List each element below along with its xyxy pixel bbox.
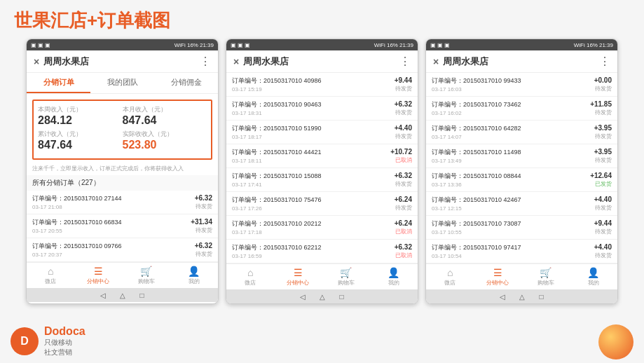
status-icons-1: ▣ ▣ ▣ xyxy=(31,42,50,48)
nav-item[interactable]: ⌂微店 xyxy=(426,264,474,289)
close-btn-1[interactable]: × xyxy=(34,56,39,67)
status-left-3: ▣ ▣ ▣ xyxy=(430,42,450,48)
order-item[interactable]: 订单编号：20150317010 42467 03-17 12:15 +4.40… xyxy=(426,192,617,216)
tab-wdtd[interactable]: 我的团队 xyxy=(90,73,154,93)
order-id: 订单编号：20150317010 99433 xyxy=(432,76,577,85)
bottom-nav-1: ⌂微店☰分销中心🛒购物车👤我的 xyxy=(27,262,218,288)
nav-icon: ⌂ xyxy=(426,267,474,278)
order-item[interactable]: 订单编号：20150317010 99433 03-17 16:03 +0.00… xyxy=(426,73,617,97)
order-amount: +6.32 xyxy=(377,172,412,179)
order-date: 03-17 10:55 xyxy=(432,229,577,235)
order-item[interactable]: 订单编号：20150317010 08844 03-17 13:36 +12.6… xyxy=(426,168,617,192)
nav-item[interactable]: ⌂微店 xyxy=(27,263,74,288)
order-status: 待发货 xyxy=(377,85,412,93)
nav-item[interactable]: ☰分销中心 xyxy=(274,264,322,289)
close-btn-3[interactable]: × xyxy=(433,56,439,67)
order-date: 03-17 17:26 xyxy=(232,205,377,212)
order-amount: +12.64 xyxy=(577,172,612,179)
nav-item[interactable]: 🛒购物车 xyxy=(322,264,370,289)
orange-ball xyxy=(598,324,633,359)
order-item[interactable]: 订单编号：20150317010 66834 03-17 20:55 +31.3… xyxy=(27,214,218,238)
nav-item[interactable]: 🛒购物车 xyxy=(123,263,170,288)
order-left: 订单编号：20150317010 08844 03-17 13:36 xyxy=(432,172,577,188)
section-header-1: 所有分销订单（227） xyxy=(27,175,218,191)
order-item[interactable]: 订单编号：20150317010 75476 03-17 17:26 +6.24… xyxy=(226,192,418,216)
signal-2: WiFi 16% xyxy=(374,42,398,48)
status-bar-3: ▣ ▣ ▣ WiFi 16% 21:39 xyxy=(426,39,617,50)
order-date: 03-17 20:37 xyxy=(32,252,177,258)
order-item[interactable]: 订单编号：20150317010 90463 03-17 18:31 +6.32… xyxy=(226,97,418,121)
nav-item[interactable]: 👤我的 xyxy=(370,264,418,289)
order-date: 03-17 20:55 xyxy=(32,228,177,234)
signal-3: WiFi 16% xyxy=(574,42,598,48)
nav-icon: 👤 xyxy=(170,266,218,277)
order-item[interactable]: 订单编号：20150317010 51990 03-17 18:17 +4.40… xyxy=(226,121,418,144)
nav-label: 购物车 xyxy=(537,280,554,286)
order-date: 03-17 18:11 xyxy=(232,158,377,164)
nav-icon: 🛒 xyxy=(123,266,170,277)
nav-item[interactable]: ⌂微店 xyxy=(226,264,274,289)
order-item[interactable]: 订单编号：20150317010 15088 03-17 17:41 +6.32… xyxy=(226,168,418,192)
order-left: 订单编号：20150317010 97417 03-17 10:54 xyxy=(432,243,577,259)
recent-btn-1[interactable]: □ xyxy=(139,292,144,299)
order-date: 03-17 16:03 xyxy=(432,86,577,93)
nav-label: 分销中心 xyxy=(486,280,509,286)
signal-1: WiFi 16% xyxy=(174,42,198,48)
order-status: 待发货 xyxy=(577,252,612,259)
order-status: 待发货 xyxy=(577,156,612,164)
nav-item[interactable]: 👤我的 xyxy=(570,264,617,289)
nav-item[interactable]: 🛒购物车 xyxy=(522,264,570,289)
order-item[interactable]: 订单编号：20150317010 09766 03-17 20:37 +6.32… xyxy=(27,238,218,262)
order-date: 03-17 14:07 xyxy=(432,134,577,140)
home-btn-3[interactable]: △ xyxy=(519,293,525,301)
order-item[interactable]: 订单编号：20150317010 73462 03-17 16:02 +11.8… xyxy=(426,97,617,121)
order-amount: +3.95 xyxy=(577,124,612,132)
nav-icon: ☰ xyxy=(474,267,521,278)
nav-icon: 👤 xyxy=(370,267,418,278)
menu-dots-1[interactable]: ⋮ xyxy=(200,55,211,68)
order-id: 订单编号：20150317010 51990 xyxy=(232,124,377,133)
order-status: 待发货 xyxy=(377,109,412,116)
notice-text: 注来千千，立即显示收入，订单正式完成后，你将获得收入入 xyxy=(32,165,212,172)
tab-fxdd[interactable]: 分销订单 xyxy=(27,73,90,93)
order-amount: +0.00 xyxy=(577,76,612,84)
nav-label: 我的 xyxy=(388,280,399,286)
order-amount: +6.24 xyxy=(377,219,412,227)
recent-btn-3[interactable]: □ xyxy=(539,293,543,301)
order-item[interactable]: 订单编号：20150317010 73087 03-17 10:55 +9.44… xyxy=(426,216,617,240)
order-item[interactable]: 订单编号：20150317010 20212 03-17 17:18 +6.24… xyxy=(226,216,418,240)
back-btn-2[interactable]: ◁ xyxy=(300,293,306,301)
nav-item[interactable]: 👤我的 xyxy=(170,263,218,288)
order-right: +3.95 待发货 xyxy=(577,124,612,140)
tab-fxyj[interactable]: 分销佣金 xyxy=(154,73,218,93)
order-item[interactable]: 订单编号：20150317010 27144 03-17 21:08 +6.32… xyxy=(27,191,218,214)
slogan-line1: 只做移动 xyxy=(44,338,85,348)
close-btn-2[interactable]: × xyxy=(233,56,239,67)
menu-dots-2[interactable]: ⋮ xyxy=(399,55,411,68)
status-right-3: WiFi 16% 21:39 xyxy=(574,42,613,48)
order-status: 待发货 xyxy=(577,204,612,212)
nav-item[interactable]: ☰分销中心 xyxy=(74,263,122,288)
order-item[interactable]: 订单编号：20150317010 11498 03-17 13:49 +3.95… xyxy=(426,144,617,168)
nav-label: 微店 xyxy=(245,280,256,286)
recent-btn-2[interactable]: □ xyxy=(339,293,343,301)
order-amount: +31.34 xyxy=(177,218,212,226)
order-item[interactable]: 订单编号：20150317010 44421 03-17 18:11 +10.7… xyxy=(226,144,418,168)
order-amount: +6.32 xyxy=(177,242,212,249)
nav-item[interactable]: ☰分销中心 xyxy=(474,264,521,289)
order-item[interactable]: 订单编号：20150317010 62212 03-17 16:59 +6.32… xyxy=(226,240,418,263)
order-item[interactable]: 订单编号：20150317010 64282 03-17 14:07 +3.95… xyxy=(426,121,617,144)
bottom-nav-3: ⌂微店☰分销中心🛒购物车👤我的 xyxy=(426,263,617,289)
nav-icon: 👤 xyxy=(570,267,617,278)
back-btn-1[interactable]: ◁ xyxy=(100,292,106,299)
home-btn-2[interactable]: △ xyxy=(320,293,325,301)
order-item[interactable]: 订单编号：20150317010 97417 03-17 10:54 +4.40… xyxy=(426,240,617,263)
status-right-2: WiFi 16% 21:39 xyxy=(374,42,413,48)
menu-dots-3[interactable]: ⋮ xyxy=(599,55,610,68)
nav-label: 购物车 xyxy=(338,280,355,286)
order-date: 03-17 16:59 xyxy=(232,253,377,259)
home-btn-1[interactable]: △ xyxy=(120,292,125,299)
back-btn-3[interactable]: ◁ xyxy=(500,293,505,301)
order-item[interactable]: 订单编号：20150317010 40986 03-17 15:19 +9.44… xyxy=(226,73,418,97)
nav-label: 微店 xyxy=(45,278,56,285)
